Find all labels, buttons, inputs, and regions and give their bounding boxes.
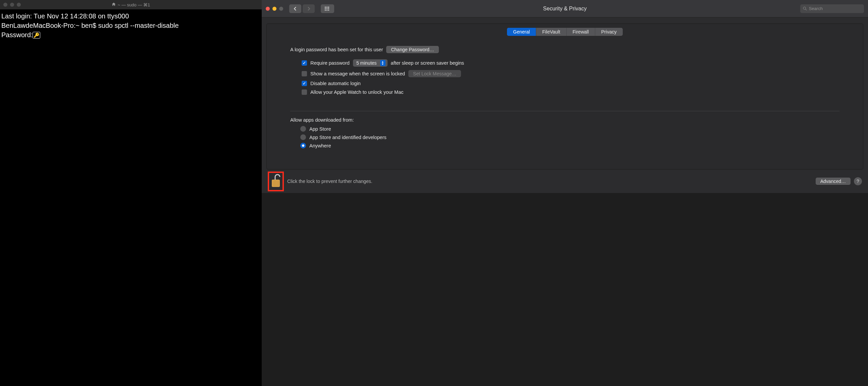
prefs-toolbar: Security & Privacy (262, 0, 868, 17)
tab-filevault[interactable]: FileVault (536, 28, 566, 36)
zoom-icon[interactable] (17, 3, 21, 7)
svg-rect-6 (325, 10, 326, 11)
tab-privacy[interactable]: Privacy (595, 28, 623, 36)
svg-rect-4 (327, 8, 328, 9)
require-password-delay-popup[interactable]: 5 minutes ▲▼ (353, 59, 388, 67)
lock-highlight (268, 172, 284, 191)
window-title: Security & Privacy (262, 6, 868, 12)
search-icon (803, 6, 807, 11)
terminal-traffic-lights (3, 3, 21, 7)
prefs-content: General FileVault Firewall Privacy A log… (262, 17, 868, 170)
minimize-icon[interactable] (273, 7, 276, 11)
radio-identified-label: App Store and identified developers (309, 135, 386, 140)
updown-arrows-icon: ▲▼ (380, 60, 385, 66)
set-lock-message-button: Set Lock Message… (408, 70, 461, 77)
tab-firewall[interactable]: Firewall (567, 28, 595, 36)
divider (290, 111, 839, 111)
terminal-line: BenLawdeMacBook-Pro:~ ben$ sudo spctl --… (1, 22, 179, 29)
minimize-icon[interactable] (10, 3, 14, 7)
key-icon: 🔑 (33, 32, 40, 39)
terminal-window: ~ — sudo — ⌘1 Last login: Tue Nov 12 14:… (0, 0, 262, 386)
gatekeeper-section: Allow apps downloaded from: App Store Ap… (267, 116, 863, 151)
svg-rect-2 (328, 7, 329, 8)
svg-rect-5 (328, 8, 329, 9)
lock-text: Click the lock to prevent further change… (287, 179, 372, 184)
tab-bar: General FileVault Firewall Privacy (267, 28, 863, 36)
terminal-title: ~ — sudo — ⌘1 (118, 2, 150, 7)
search-input[interactable] (809, 6, 861, 11)
allow-watch-checkbox[interactable] (302, 90, 307, 95)
login-section: A login password has been set for this u… (267, 36, 863, 106)
password-prompt: Password: (1, 31, 33, 39)
forward-button (303, 4, 315, 13)
home-icon (112, 2, 116, 7)
svg-rect-7 (327, 10, 328, 11)
svg-line-10 (806, 9, 807, 10)
login-password-text: A login password has been set for this u… (290, 47, 383, 52)
require-password-label: Require password (310, 60, 350, 66)
disable-auto-login-label: Disable automatic login (310, 81, 361, 86)
prefs-footer: Click the lock to prevent further change… (262, 170, 868, 193)
radio-app-store-label: App Store (309, 126, 331, 132)
chevron-left-icon (293, 7, 297, 11)
allow-apps-heading: Allow apps downloaded from: (290, 117, 839, 122)
nav-buttons (289, 4, 315, 13)
svg-rect-1 (327, 7, 328, 8)
svg-rect-3 (325, 8, 326, 9)
require-password-checkbox[interactable] (302, 60, 307, 66)
svg-rect-8 (328, 10, 329, 11)
close-icon[interactable] (266, 7, 270, 11)
segmented-control: General FileVault Firewall Privacy (507, 28, 622, 36)
terminal-titlebar[interactable]: ~ — sudo — ⌘1 (0, 0, 262, 9)
back-button[interactable] (289, 4, 301, 13)
svg-point-9 (803, 7, 806, 9)
search-field[interactable] (800, 4, 864, 13)
show-message-label: Show a message when the screen is locked (310, 71, 405, 76)
show-all-button[interactable] (321, 4, 334, 13)
terminal-line: Last login: Tue Nov 12 14:28:08 on ttys0… (1, 12, 129, 20)
terminal-body[interactable]: Last login: Tue Nov 12 14:28:08 on ttys0… (0, 9, 262, 386)
change-password-button[interactable]: Change Password… (386, 46, 438, 53)
radio-identified-developers[interactable] (300, 134, 306, 140)
radio-anywhere-label: Anywhere (309, 143, 331, 148)
unlocked-padlock-icon[interactable] (270, 174, 282, 189)
show-message-checkbox[interactable] (302, 71, 307, 76)
chevron-right-icon (307, 7, 310, 11)
radio-app-store[interactable] (300, 126, 306, 132)
content-panel: General FileVault Firewall Privacy A log… (267, 24, 863, 170)
prefs-traffic-lights (266, 7, 283, 11)
help-button[interactable]: ? (854, 177, 862, 185)
advanced-button[interactable]: Advanced… (816, 178, 850, 185)
allow-watch-label: Allow your Apple Watch to unlock your Ma… (310, 90, 404, 95)
radio-anywhere[interactable] (300, 143, 306, 148)
tab-general[interactable]: General (507, 28, 536, 36)
disable-auto-login-checkbox[interactable] (302, 81, 307, 86)
after-sleep-text: after sleep or screen saver begins (391, 60, 464, 66)
svg-rect-0 (325, 7, 326, 8)
empty-area (262, 193, 868, 386)
close-icon[interactable] (3, 3, 7, 7)
popup-value: 5 minutes (356, 60, 377, 66)
grid-icon (325, 7, 330, 11)
system-preferences-window: Security & Privacy General FileVault Fir… (262, 0, 868, 193)
zoom-icon[interactable] (279, 7, 283, 11)
